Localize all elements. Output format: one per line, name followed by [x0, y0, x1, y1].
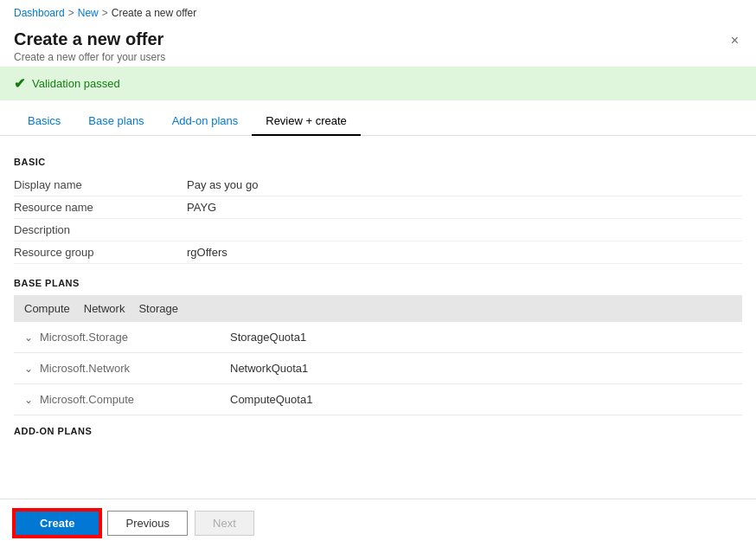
section-base-plans-title: BASE PLANS: [14, 278, 742, 288]
next-button: Next: [195, 511, 254, 536]
breadcrumb-sep-2: >: [102, 7, 108, 19]
page-header: Create a new offer Create a new offer fo…: [0, 26, 756, 67]
footer-actions: Create Previous Next: [0, 499, 756, 547]
plan-item-compute: ⌄ Microsoft.Compute ComputeQuota1: [14, 384, 742, 415]
section-basic-title: BASIC: [14, 157, 742, 167]
field-label-resource-name: Resource name: [14, 201, 187, 214]
tab-basics[interactable]: Basics: [14, 107, 74, 136]
field-value-resource-group: rgOffers: [187, 246, 227, 259]
addon-plans-section: ADD-ON PLANS: [14, 426, 742, 436]
validation-message: Validation passed: [32, 77, 120, 90]
field-resource-name: Resource name PAYG: [14, 196, 742, 219]
header-tab-network: Network: [84, 302, 125, 315]
chevron-network-icon: ⌄: [24, 363, 33, 375]
plan-name-storage: Microsoft.Storage: [40, 331, 230, 344]
field-label-display-name: Display name: [14, 178, 187, 191]
plan-quota-storage: StorageQuota1: [230, 331, 306, 344]
breadcrumb-dashboard[interactable]: Dashboard: [14, 7, 65, 19]
header-tab-storage: Storage: [138, 302, 178, 315]
base-plans-header-row: Compute Network Storage: [14, 295, 742, 322]
checkmark-icon: ✔: [14, 75, 25, 92]
header-tab-compute: Compute: [24, 302, 70, 315]
breadcrumb-current: Create a new offer: [112, 7, 197, 19]
tab-review-create[interactable]: Review + create: [252, 107, 361, 136]
breadcrumb: Dashboard > New > Create a new offer: [0, 0, 756, 26]
validation-banner: ✔ Validation passed: [0, 67, 756, 100]
close-button[interactable]: ×: [727, 29, 742, 52]
plan-name-compute: Microsoft.Compute: [40, 393, 230, 406]
field-resource-group: Resource group rgOffers: [14, 241, 742, 264]
field-label-description: Description: [14, 223, 187, 236]
header-title-block: Create a new offer Create a new offer fo…: [14, 29, 165, 63]
field-value-display-name: Pay as you go: [187, 178, 258, 191]
page-subtitle: Create a new offer for your users: [14, 51, 165, 63]
field-label-resource-group: Resource group: [14, 246, 187, 259]
main-content: BASIC Display name Pay as you go Resourc…: [0, 136, 756, 514]
plan-item-network: ⌄ Microsoft.Network NetworkQuota1: [14, 353, 742, 384]
breadcrumb-new[interactable]: New: [78, 7, 99, 19]
plan-quota-compute: ComputeQuota1: [230, 393, 312, 406]
tab-base-plans[interactable]: Base plans: [74, 107, 157, 136]
chevron-storage-icon: ⌄: [24, 331, 33, 344]
tab-bar: Basics Base plans Add-on plans Review + …: [0, 107, 756, 136]
tab-addon-plans[interactable]: Add-on plans: [158, 107, 253, 136]
field-display-name: Display name Pay as you go: [14, 174, 742, 196]
section-addon-title: ADD-ON PLANS: [14, 426, 742, 436]
plan-item-storage: ⌄ Microsoft.Storage StorageQuota1: [14, 322, 742, 353]
field-description: Description: [14, 219, 742, 241]
previous-button[interactable]: Previous: [107, 511, 188, 536]
plan-name-network: Microsoft.Network: [40, 362, 230, 375]
field-value-resource-name: PAYG: [187, 201, 216, 214]
create-button[interactable]: Create: [14, 510, 100, 537]
page-title: Create a new offer: [14, 29, 165, 49]
breadcrumb-sep-1: >: [68, 7, 74, 19]
plan-quota-network: NetworkQuota1: [230, 362, 308, 375]
chevron-compute-icon: ⌄: [24, 394, 33, 406]
